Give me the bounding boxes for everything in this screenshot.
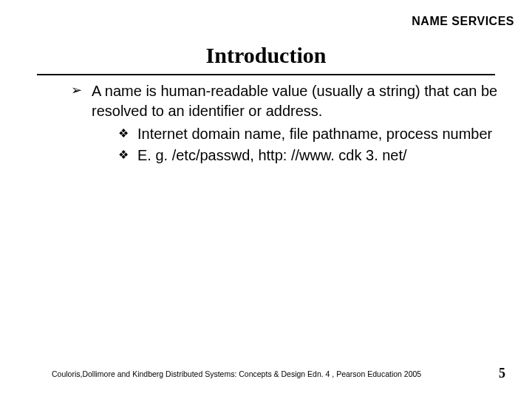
diamond-bullet-icon: ❖ (118, 147, 129, 163)
sublist: ❖ Internet domain name, file pathname, p… (71, 124, 510, 166)
header-label: NAME SERVICES (412, 15, 514, 28)
list-item: ➢ A name is human-readable value (usuall… (71, 81, 510, 121)
list-item-text: Internet domain name, file pathname, pro… (137, 126, 492, 142)
list-item-text: A name is human-readable value (usually … (92, 83, 497, 119)
content-area: ➢ A name is human-readable value (usuall… (71, 81, 510, 167)
arrow-bullet-icon: ➢ (71, 81, 82, 99)
page-number: 5 (499, 366, 505, 381)
footer-citation: Couloris,Dollimore and Kindberg Distribu… (52, 369, 421, 378)
list-item-text: E. g. /etc/passwd, http: //www. cdk 3. n… (137, 147, 407, 163)
page-title: Introduction (0, 43, 532, 68)
list-item: ❖ Internet domain name, file pathname, p… (118, 124, 510, 144)
diamond-bullet-icon: ❖ (118, 126, 129, 142)
list-item: ❖ E. g. /etc/passwd, http: //www. cdk 3.… (118, 146, 510, 166)
title-divider (37, 74, 495, 75)
